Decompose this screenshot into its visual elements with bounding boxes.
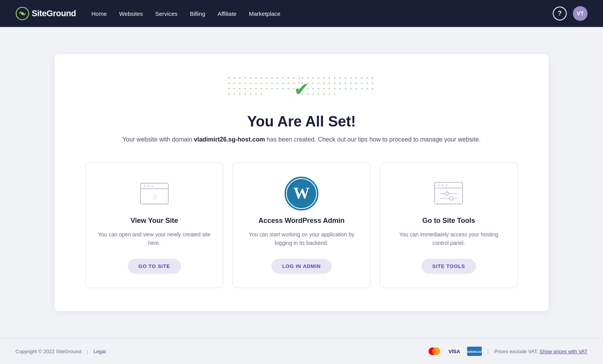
nav-right: ? VT [553, 6, 588, 21]
navbar: SiteGround Home Websites Services Billin… [0, 0, 603, 27]
log-in-admin-button[interactable]: LOG IN ADMIN [271, 259, 332, 274]
nav-item-marketplace[interactable]: Marketplace [249, 10, 281, 17]
svg-point-17 [445, 192, 449, 195]
dot-grid-right [302, 77, 375, 102]
visa-icon: VISA [445, 347, 464, 356]
view-site-card: :) View Your Site You can open and view … [85, 162, 223, 288]
show-vat-link[interactable]: Show prices with VAT [539, 349, 588, 354]
vat-text: Prices exclude VAT. Show prices with VAT [494, 349, 588, 354]
svg-text:AMERICAN: AMERICAN [467, 350, 482, 354]
mastercard-icon [427, 347, 442, 356]
settings-icon [431, 178, 466, 209]
svg-point-19 [450, 197, 453, 200]
svg-text:VISA: VISA [449, 349, 461, 354]
svg-point-4 [144, 185, 146, 187]
footer-right: VISA AMERICAN | Prices exclude VAT. Show… [427, 347, 588, 356]
view-site-title: View Your Site [130, 217, 178, 225]
footer-left: Copyright © 2022 SiteGround | Legal [15, 349, 106, 354]
avatar[interactable]: VT [573, 6, 588, 21]
svg-point-14 [442, 184, 444, 186]
nav-item-billing[interactable]: Billing [190, 10, 205, 17]
payment-icons: VISA AMERICAN [427, 347, 482, 356]
success-card: ✔ You Are All Set! Your website with dom… [54, 54, 549, 312]
nav-item-home[interactable]: Home [91, 10, 107, 17]
vat-prefix: Prices exclude VAT. [494, 349, 538, 354]
domain-name: vladimirt26.sg-host.com [194, 136, 265, 143]
site-tools-button[interactable]: SITE TOOLS [422, 259, 476, 274]
go-to-site-button[interactable]: GO TO SITE [128, 259, 181, 274]
subtitle-suffix: has been created. Check out our tips how… [265, 136, 481, 143]
main-content: ✔ You Are All Set! Your website with dom… [0, 27, 603, 338]
svg-text:W: W [293, 184, 310, 202]
amex-icon: AMERICAN [467, 347, 482, 356]
nav-links: Home Websites Services Billing Affiliate… [91, 10, 281, 17]
nav-item-services[interactable]: Services [155, 10, 178, 17]
nav-left: SiteGround Home Websites Services Billin… [15, 7, 280, 20]
wordpress-admin-desc: You can start working on your applicatio… [244, 230, 358, 248]
footer-divider: | [87, 349, 88, 354]
browser-icon: :) [137, 178, 172, 209]
site-tools-title: Go to Site Tools [422, 217, 475, 225]
footer-right-divider: | [487, 348, 489, 355]
logo-text: SiteGround [32, 8, 76, 19]
wordpress-icon: W [284, 178, 319, 209]
svg-text::): :) [152, 192, 156, 199]
action-cards-row: :) View Your Site You can open and view … [85, 162, 518, 288]
wordpress-admin-title: Access WordPress Admin [258, 217, 344, 225]
logo-icon [15, 7, 29, 20]
svg-point-5 [147, 185, 149, 187]
copyright-text: Copyright © 2022 SiteGround [15, 349, 81, 354]
wordpress-admin-card: W Access WordPress Admin You can start w… [232, 162, 370, 288]
nav-item-websites[interactable]: Websites [119, 10, 143, 17]
site-tools-desc: You can immediately access your hosting … [392, 230, 506, 248]
footer: Copyright © 2022 SiteGround | Legal VISA [0, 338, 603, 364]
svg-point-1 [21, 12, 24, 15]
svg-point-15 [445, 184, 447, 186]
nav-item-affiliate[interactable]: Affiliate [218, 10, 237, 17]
svg-point-13 [438, 184, 440, 186]
success-icon-area: ✔ [85, 77, 518, 102]
svg-point-6 [151, 185, 153, 187]
legal-link[interactable]: Legal [93, 349, 106, 354]
page-title: You Are All Set! [85, 113, 518, 130]
logo[interactable]: SiteGround [15, 7, 76, 20]
site-tools-card: Go to Site Tools You can immediately acc… [380, 162, 518, 288]
view-site-desc: You can open and view your newly created… [97, 230, 211, 248]
page-subtitle: Your website with domain vladimirt26.sg-… [85, 136, 518, 143]
subtitle-prefix: Your website with domain [122, 136, 194, 143]
help-button[interactable]: ? [553, 7, 567, 20]
